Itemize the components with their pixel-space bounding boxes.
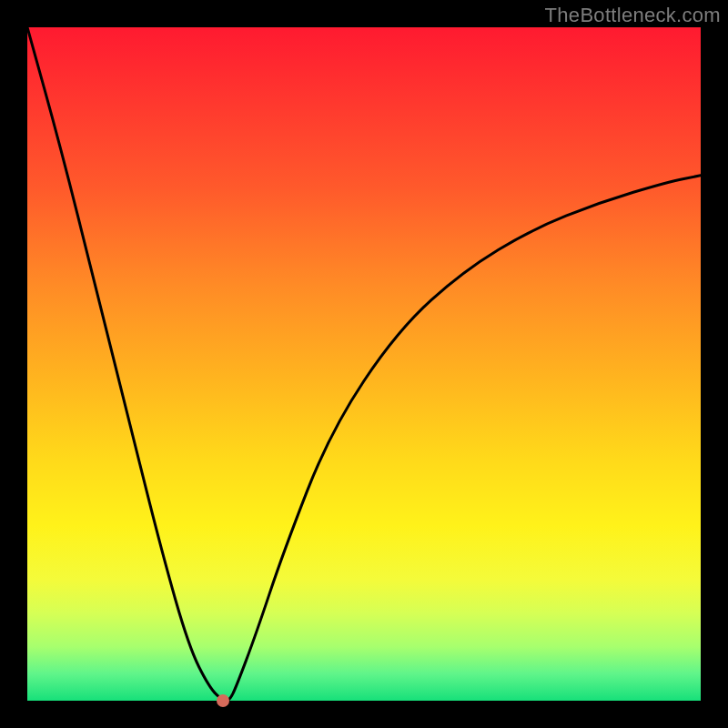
curve-svg [27,27,701,701]
watermark-text: TheBottleneck.com [545,4,721,27]
chart-frame: TheBottleneck.com [0,0,728,728]
plot-area [27,27,701,701]
bottleneck-curve [27,27,701,701]
min-point-marker [217,694,229,707]
